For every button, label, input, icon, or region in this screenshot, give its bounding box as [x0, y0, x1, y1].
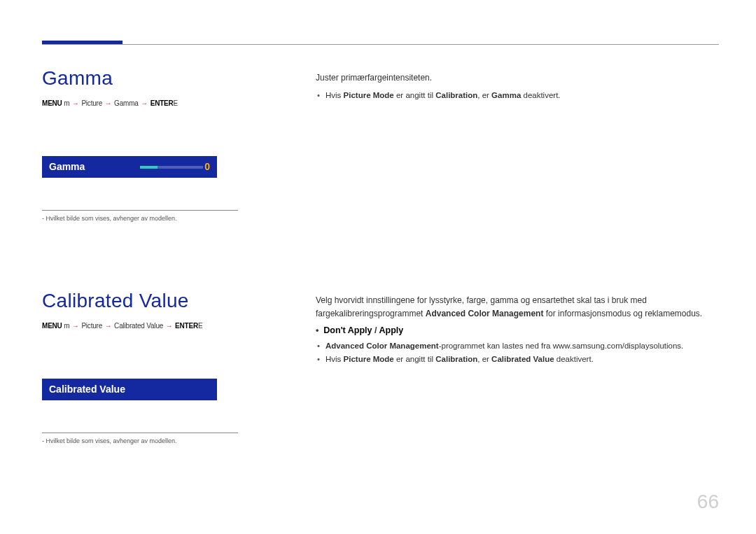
gamma-menu-trail: MENU m → Picture → Gamma → ENTERE: [42, 99, 273, 107]
gamma-note-1: Hvis Picture Mode er angitt til Calibrat…: [316, 89, 719, 101]
calibrated-choice-line: • Don't Apply / Apply: [316, 325, 719, 335]
term: Advanced Color Management: [326, 342, 439, 350]
trail-step: Gamma: [114, 99, 139, 107]
term: Calibration: [435, 355, 477, 363]
calibrated-body: Velg hvorvidt innstillingene for lysstyr…: [316, 294, 719, 320]
gamma-title: Gamma: [42, 67, 273, 90]
gamma-footnote: Hvilket bilde som vises, avhenger av mod…: [42, 215, 273, 222]
calibrated-note-2: Hvis Picture Mode er angitt til Calibrat…: [316, 353, 719, 365]
calibrated-left-column: Calibrated Value MENU m → Picture → Cali…: [42, 290, 273, 444]
calibrated-value-box: Calibrated Value: [42, 379, 217, 400]
text: deaktivert.: [554, 355, 594, 363]
arrow-icon: →: [141, 99, 148, 107]
gamma-slider-fill: [140, 166, 158, 169]
trail-menu-label: MENU: [42, 322, 64, 330]
gamma-slider-value: 0: [204, 161, 210, 172]
calibrated-note-1: Advanced Color Management-programmet kan…: [316, 339, 719, 352]
trail-e-icon: E: [198, 322, 202, 330]
footnote-rule: [42, 433, 238, 433]
calibrated-right-column: Velg hvorvidt innstillingene for lysstyr…: [316, 294, 719, 365]
term: Picture Mode: [344, 91, 394, 99]
term: Gamma: [491, 91, 521, 99]
gamma-slider-label: Gamma: [49, 161, 85, 172]
text: er angitt til: [394, 91, 435, 99]
arrow-icon: →: [105, 99, 112, 107]
trail-step: Calibrated Value: [114, 322, 163, 330]
text: -programmet kan lastes ned fra www.samsu…: [439, 342, 684, 350]
trail-m-icon: m: [64, 99, 69, 107]
footnote-rule: [42, 210, 238, 211]
trail-m-icon: m: [64, 322, 69, 330]
trail-enter-label: ENTER: [150, 99, 174, 107]
text: for informasjonsmodus og reklamemodus.: [543, 309, 702, 318]
calibrated-title: Calibrated Value: [42, 290, 273, 312]
trail-e-icon: E: [174, 99, 178, 107]
arrow-icon: →: [72, 322, 79, 330]
trail-step: Picture: [81, 322, 102, 330]
arrow-icon: →: [166, 322, 173, 330]
text: deaktivert.: [521, 91, 560, 99]
trail-menu-label: MENU: [42, 99, 64, 107]
header-divider: [42, 44, 719, 45]
term: Advanced Color Management: [426, 309, 544, 318]
gamma-slider-box: Gamma 0: [42, 156, 217, 178]
choice-separator: /: [372, 325, 379, 335]
text: Hvis: [326, 91, 344, 99]
choice-dont-apply: Don't Apply: [323, 325, 372, 335]
gamma-left-column: Gamma MENU m → Picture → Gamma → ENTERE …: [42, 67, 273, 222]
arrow-icon: →: [105, 322, 112, 330]
term: Calibrated Value: [491, 355, 554, 363]
text: , er: [477, 91, 491, 99]
calibrated-footnote: Hvilket bilde som vises, avhenger av mod…: [42, 437, 273, 444]
trail-enter-label: ENTER: [175, 322, 198, 330]
text: , er: [477, 355, 491, 363]
calibrated-value-label: Calibrated Value: [49, 384, 125, 395]
calibrated-menu-trail: MENU m → Picture → Calibrated Value → EN…: [42, 322, 273, 330]
term: Picture Mode: [344, 355, 394, 363]
gamma-right-column: Juster primærfargeintensiteten. Hvis Pic…: [316, 71, 719, 101]
gamma-body: Juster primærfargeintensiteten.: [316, 71, 719, 85]
arrow-icon: →: [72, 99, 79, 107]
page-number: 66: [697, 491, 719, 513]
term: Calibration: [435, 91, 477, 99]
text: er angitt til: [394, 355, 435, 363]
text: Hvis: [326, 355, 344, 363]
choice-apply: Apply: [379, 325, 403, 335]
trail-step: Picture: [81, 99, 102, 107]
